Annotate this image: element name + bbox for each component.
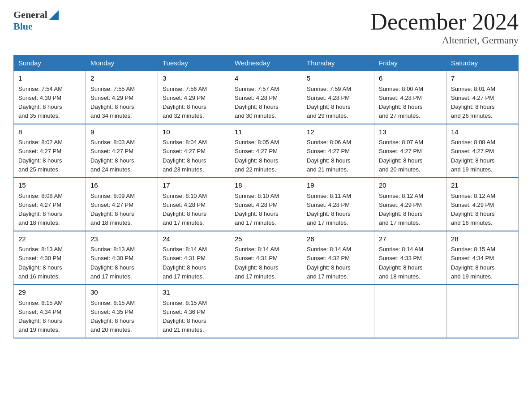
day-number: 10	[163, 127, 225, 137]
calendar-cell: 23Sunrise: 8:13 AMSunset: 4:30 PMDayligh…	[86, 231, 158, 285]
calendar-cell: 22Sunrise: 8:13 AMSunset: 4:30 PMDayligh…	[14, 231, 86, 285]
calendar-cell: 29Sunrise: 8:15 AMSunset: 4:34 PMDayligh…	[14, 284, 86, 338]
day-number: 17	[163, 180, 225, 191]
calendar-cell: 9Sunrise: 8:03 AMSunset: 4:27 PMDaylight…	[86, 124, 158, 178]
day-number: 7	[451, 73, 514, 84]
day-info: Sunrise: 8:15 AMSunset: 4:34 PMDaylight:…	[18, 300, 63, 334]
calendar-cell	[446, 284, 519, 338]
calendar-cell: 21Sunrise: 8:12 AMSunset: 4:29 PMDayligh…	[446, 177, 519, 231]
calendar-cell: 17Sunrise: 8:10 AMSunset: 4:28 PMDayligh…	[158, 177, 230, 231]
calendar-cell: 26Sunrise: 8:14 AMSunset: 4:32 PMDayligh…	[302, 231, 374, 285]
day-info: Sunrise: 8:02 AMSunset: 4:27 PMDaylight:…	[18, 139, 63, 173]
day-info: Sunrise: 8:08 AMSunset: 4:27 PMDaylight:…	[18, 193, 63, 227]
day-info: Sunrise: 8:10 AMSunset: 4:28 PMDaylight:…	[163, 193, 207, 227]
calendar-cell: 12Sunrise: 8:06 AMSunset: 4:27 PMDayligh…	[302, 124, 374, 178]
calendar-cell: 14Sunrise: 8:08 AMSunset: 4:27 PMDayligh…	[446, 124, 519, 178]
day-info: Sunrise: 8:04 AMSunset: 4:27 PMDaylight:…	[163, 139, 207, 173]
weekday-header-thursday: Thursday	[302, 56, 374, 71]
calendar-cell: 18Sunrise: 8:10 AMSunset: 4:28 PMDayligh…	[230, 177, 302, 231]
calendar-cell: 15Sunrise: 8:08 AMSunset: 4:27 PMDayligh…	[14, 177, 86, 231]
day-number: 27	[379, 234, 442, 244]
calendar-cell: 8Sunrise: 8:02 AMSunset: 4:27 PMDaylight…	[14, 124, 86, 178]
calendar-cell	[230, 284, 302, 338]
day-info: Sunrise: 8:06 AMSunset: 4:27 PMDaylight:…	[307, 139, 351, 173]
svg-marker-0	[49, 10, 59, 20]
week-row-5: 29Sunrise: 8:15 AMSunset: 4:34 PMDayligh…	[14, 284, 519, 338]
day-info: Sunrise: 7:54 AMSunset: 4:30 PMDaylight:…	[18, 86, 63, 120]
page-header: General Blue December 2024 Altenriet, Ge…	[13, 9, 519, 46]
day-number: 18	[235, 180, 297, 191]
weekday-header-tuesday: Tuesday	[158, 56, 230, 71]
day-info: Sunrise: 8:08 AMSunset: 4:27 PMDaylight:…	[451, 139, 495, 173]
day-number: 28	[451, 234, 514, 244]
calendar-cell: 7Sunrise: 8:01 AMSunset: 4:27 PMDaylight…	[446, 71, 519, 124]
day-number: 16	[90, 180, 153, 191]
calendar-cell: 25Sunrise: 8:14 AMSunset: 4:31 PMDayligh…	[230, 231, 302, 285]
month-title: December 2024	[370, 9, 519, 34]
day-number: 2	[90, 73, 153, 84]
calendar-cell	[374, 284, 446, 338]
day-info: Sunrise: 8:11 AMSunset: 4:28 PMDaylight:…	[307, 193, 351, 227]
day-number: 23	[90, 234, 153, 244]
day-number: 11	[235, 127, 297, 137]
week-row-3: 15Sunrise: 8:08 AMSunset: 4:27 PMDayligh…	[14, 177, 519, 231]
logo-blue-text: Blue	[13, 21, 59, 32]
day-number: 20	[379, 180, 442, 191]
calendar-cell: 6Sunrise: 8:00 AMSunset: 4:28 PMDaylight…	[374, 71, 446, 124]
day-info: Sunrise: 7:57 AMSunset: 4:28 PMDaylight:…	[235, 86, 279, 120]
day-info: Sunrise: 8:14 AMSunset: 4:31 PMDaylight:…	[163, 246, 207, 280]
day-number: 8	[18, 127, 81, 137]
day-number: 13	[379, 127, 442, 137]
week-row-4: 22Sunrise: 8:13 AMSunset: 4:30 PMDayligh…	[14, 231, 519, 285]
day-info: Sunrise: 8:14 AMSunset: 4:33 PMDaylight:…	[379, 246, 423, 280]
day-info: Sunrise: 8:15 AMSunset: 4:35 PMDaylight:…	[90, 300, 135, 334]
day-number: 29	[18, 287, 81, 298]
day-info: Sunrise: 8:14 AMSunset: 4:31 PMDaylight:…	[235, 246, 279, 280]
weekday-header-row: SundayMondayTuesdayWednesdayThursdayFrid…	[14, 56, 519, 71]
day-number: 6	[379, 73, 442, 84]
weekday-header-sunday: Sunday	[14, 56, 86, 71]
day-number: 21	[451, 180, 514, 191]
calendar-cell: 5Sunrise: 7:59 AMSunset: 4:28 PMDaylight…	[302, 71, 374, 124]
calendar-cell: 27Sunrise: 8:14 AMSunset: 4:33 PMDayligh…	[374, 231, 446, 285]
weekday-header-monday: Monday	[86, 56, 158, 71]
day-info: Sunrise: 8:15 AMSunset: 4:36 PMDaylight:…	[163, 300, 207, 334]
week-row-2: 8Sunrise: 8:02 AMSunset: 4:27 PMDaylight…	[14, 124, 519, 178]
weekday-header-wednesday: Wednesday	[230, 56, 302, 71]
calendar-cell: 31Sunrise: 8:15 AMSunset: 4:36 PMDayligh…	[158, 284, 230, 338]
day-info: Sunrise: 8:07 AMSunset: 4:27 PMDaylight:…	[379, 139, 423, 173]
calendar-cell: 4Sunrise: 7:57 AMSunset: 4:28 PMDaylight…	[230, 71, 302, 124]
day-number: 9	[90, 127, 153, 137]
calendar-table: SundayMondayTuesdayWednesdayThursdayFrid…	[13, 55, 519, 338]
weekday-header-friday: Friday	[374, 56, 446, 71]
calendar-cell: 16Sunrise: 8:09 AMSunset: 4:27 PMDayligh…	[86, 177, 158, 231]
calendar-cell: 11Sunrise: 8:05 AMSunset: 4:27 PMDayligh…	[230, 124, 302, 178]
day-info: Sunrise: 7:56 AMSunset: 4:29 PMDaylight:…	[163, 86, 207, 120]
day-number: 19	[307, 180, 369, 191]
logo-triangle-icon	[49, 9, 59, 20]
day-number: 5	[307, 73, 369, 84]
day-number: 1	[18, 73, 81, 84]
day-number: 3	[163, 73, 225, 84]
day-number: 25	[235, 234, 297, 244]
calendar-cell: 1Sunrise: 7:54 AMSunset: 4:30 PMDaylight…	[14, 71, 86, 124]
day-info: Sunrise: 8:15 AMSunset: 4:34 PMDaylight:…	[451, 246, 495, 280]
week-row-1: 1Sunrise: 7:54 AMSunset: 4:30 PMDaylight…	[14, 71, 519, 124]
day-info: Sunrise: 8:10 AMSunset: 4:28 PMDaylight:…	[235, 193, 279, 227]
calendar-cell: 20Sunrise: 8:12 AMSunset: 4:29 PMDayligh…	[374, 177, 446, 231]
day-info: Sunrise: 8:00 AMSunset: 4:28 PMDaylight:…	[379, 86, 423, 120]
logo: General Blue	[13, 9, 59, 32]
calendar-cell: 30Sunrise: 8:15 AMSunset: 4:35 PMDayligh…	[86, 284, 158, 338]
logo-general-text: General	[13, 9, 47, 21]
day-number: 4	[235, 73, 297, 84]
day-number: 14	[451, 127, 514, 137]
calendar-cell: 10Sunrise: 8:04 AMSunset: 4:27 PMDayligh…	[158, 124, 230, 178]
title-block: December 2024 Altenriet, Germany	[370, 9, 519, 46]
weekday-header-saturday: Saturday	[446, 56, 519, 71]
day-info: Sunrise: 7:55 AMSunset: 4:29 PMDaylight:…	[90, 86, 135, 120]
day-number: 24	[163, 234, 225, 244]
day-number: 30	[90, 287, 153, 298]
day-number: 12	[307, 127, 369, 137]
day-number: 15	[18, 180, 81, 191]
day-info: Sunrise: 8:12 AMSunset: 4:29 PMDaylight:…	[379, 193, 423, 227]
